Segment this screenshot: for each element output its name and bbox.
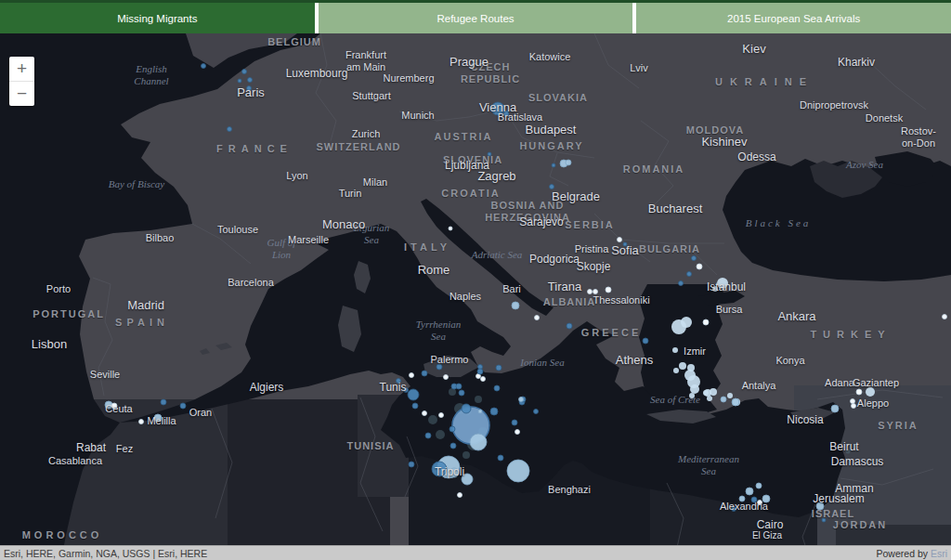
data-bubble[interactable] <box>242 70 247 74</box>
data-bubble[interactable] <box>491 102 504 115</box>
data-bubble[interactable] <box>732 398 739 406</box>
data-bubble[interactable] <box>727 393 733 398</box>
data-bubble[interactable] <box>428 415 437 424</box>
data-bubble[interactable] <box>161 399 166 405</box>
data-bubble[interactable] <box>423 411 427 416</box>
data-bubble[interactable] <box>436 364 442 370</box>
data-bubble[interactable] <box>512 420 517 425</box>
data-bubble[interactable] <box>816 502 824 510</box>
tab-missing-migrants[interactable]: Missing Migrants <box>0 3 315 33</box>
data-bubble[interactable] <box>498 455 503 461</box>
map-canvas[interactable]: BELGIUMFRANCESWITZERLANDAUSTRIACZECH REP… <box>0 33 951 545</box>
data-bubble[interactable] <box>672 347 678 353</box>
data-bubble[interactable] <box>449 227 452 230</box>
data-bubble[interactable] <box>681 317 692 328</box>
data-bubble[interactable] <box>462 474 473 485</box>
data-bubble[interactable] <box>851 399 855 404</box>
data-bubble[interactable] <box>462 404 471 413</box>
data-bubble[interactable] <box>717 278 728 289</box>
data-bubble[interactable] <box>822 518 826 522</box>
data-bubble[interactable] <box>567 323 572 329</box>
data-bubble[interactable] <box>477 369 483 374</box>
data-bubble[interactable] <box>588 290 593 294</box>
data-bubble[interactable] <box>409 462 414 467</box>
data-bubble[interactable] <box>762 495 770 502</box>
data-bubble[interactable] <box>643 338 648 344</box>
data-bubble[interactable] <box>704 389 711 397</box>
data-bubble[interactable] <box>456 384 462 389</box>
data-bubble[interactable] <box>494 385 500 391</box>
data-bubble[interactable] <box>751 497 757 502</box>
data-bubble[interactable] <box>515 430 520 435</box>
data-bubble[interactable] <box>111 403 117 409</box>
data-bubble[interactable] <box>139 420 144 424</box>
data-bubble[interactable] <box>623 242 627 246</box>
data-bubble[interactable] <box>439 413 444 418</box>
data-bubble[interactable] <box>488 152 491 156</box>
data-bubble[interactable] <box>689 393 695 398</box>
data-bubble[interactable] <box>534 410 539 414</box>
data-bubble[interactable] <box>535 316 540 320</box>
data-bubble[interactable] <box>618 238 622 242</box>
data-bubble[interactable] <box>247 86 252 91</box>
data-bubble[interactable] <box>436 430 445 439</box>
data-bubble[interactable] <box>481 377 486 382</box>
data-bubble[interactable] <box>503 111 509 116</box>
data-bubble[interactable] <box>425 433 431 438</box>
data-bubble[interactable] <box>202 64 206 69</box>
data-bubble[interactable] <box>410 373 414 378</box>
data-bubble[interactable] <box>732 507 736 512</box>
tab-refugee-routes[interactable]: Refugee Routes <box>319 3 633 33</box>
data-bubble[interactable] <box>507 460 529 482</box>
data-bubble[interactable] <box>475 396 482 403</box>
data-bubble[interactable] <box>422 371 427 376</box>
data-bubble[interactable] <box>758 501 762 505</box>
data-bubble[interactable] <box>712 286 718 292</box>
data-bubble[interactable] <box>721 397 726 402</box>
data-bubble[interactable] <box>566 160 571 165</box>
data-bubble[interactable] <box>519 397 524 402</box>
data-bubble[interactable] <box>687 272 692 277</box>
data-bubble[interactable] <box>739 496 745 501</box>
zoom-out-button[interactable]: − <box>9 82 34 106</box>
data-bubble[interactable] <box>478 410 482 413</box>
data-bubble[interactable] <box>593 290 598 294</box>
data-bubble[interactable] <box>846 449 851 454</box>
esri-link[interactable]: Esri <box>931 548 947 559</box>
data-bubble[interactable] <box>673 368 679 373</box>
data-bubble[interactable] <box>449 468 459 477</box>
data-bubble[interactable] <box>412 403 418 409</box>
data-bubble[interactable] <box>679 362 686 370</box>
data-bubble[interactable] <box>703 319 709 325</box>
data-bubble[interactable] <box>756 483 762 488</box>
data-bubble[interactable] <box>746 488 753 495</box>
data-bubble[interactable] <box>470 434 487 450</box>
data-bubble[interactable] <box>943 315 947 319</box>
data-bubble[interactable] <box>462 451 470 459</box>
data-bubble[interactable] <box>238 79 241 83</box>
data-bubble[interactable] <box>490 408 498 415</box>
data-bubble[interactable] <box>459 390 464 396</box>
data-bubble[interactable] <box>450 443 456 449</box>
data-bubble[interactable] <box>550 185 554 189</box>
data-bubble[interactable] <box>496 365 502 371</box>
data-bubble[interactable] <box>606 287 611 293</box>
data-bubble[interactable] <box>852 404 856 409</box>
data-bubble[interactable] <box>692 256 697 261</box>
data-bubble[interactable] <box>397 379 401 384</box>
data-bubble[interactable] <box>449 426 455 432</box>
tab-2015-european-sea-arrivals[interactable]: 2015 European Sea Arrivals <box>636 3 951 33</box>
data-bubble[interactable] <box>180 403 186 409</box>
data-bubble[interactable] <box>154 414 162 422</box>
zoom-in-button[interactable]: + <box>9 57 34 82</box>
data-bubble[interactable] <box>552 163 555 167</box>
data-bubble[interactable] <box>831 405 839 412</box>
data-bubble[interactable] <box>408 389 419 400</box>
data-bubble[interactable] <box>248 78 253 83</box>
data-bubble[interactable] <box>866 387 875 397</box>
data-bubble[interactable] <box>444 375 449 380</box>
data-bubble[interactable] <box>228 127 232 132</box>
data-bubble[interactable] <box>458 493 462 498</box>
data-bubble[interactable] <box>690 384 699 394</box>
data-bubble[interactable] <box>856 389 862 395</box>
